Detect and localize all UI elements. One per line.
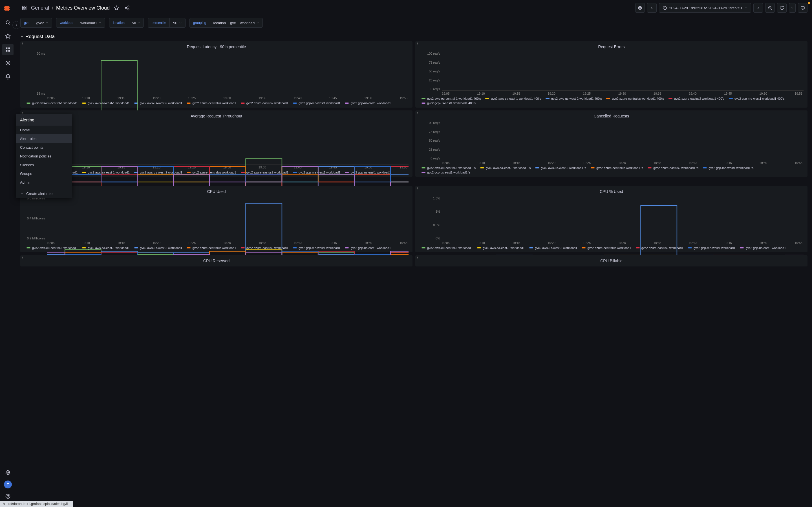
star-button[interactable] <box>112 4 120 12</box>
chevron-down-icon <box>745 6 748 9</box>
panel-info-icon[interactable]: i <box>417 256 417 260</box>
nav-starred[interactable] <box>2 31 13 42</box>
alerting-item-silences[interactable]: Silences <box>16 161 72 169</box>
alerting-item-groups[interactable]: Groups <box>16 169 72 178</box>
panel-cpu-reserved[interactable]: iCPU Reserved <box>20 255 412 267</box>
panel-cancelled[interactable]: iCancelled Requests100 req/s75 req/s50 r… <box>415 110 808 177</box>
chart-plot[interactable] <box>442 120 804 160</box>
svg-rect-1 <box>6 48 8 49</box>
svg-point-5 <box>6 61 10 65</box>
zoom-out-button[interactable] <box>765 3 775 13</box>
svg-point-0 <box>6 20 9 24</box>
svg-rect-3 <box>6 50 8 52</box>
chart-plot[interactable] <box>442 195 804 240</box>
panel-title: Average Request Throughput <box>24 113 409 120</box>
svg-point-13 <box>128 6 129 7</box>
panel-title: CPU Used <box>24 189 409 195</box>
alerting-flyout-header[interactable]: Alerting <box>16 114 72 126</box>
y-axis: 100 req/s75 req/s50 req/s25 req/s0 req/s <box>419 51 442 91</box>
chevron-down-icon <box>20 35 24 38</box>
panel-cpu-billable[interactable]: iCPU Billable <box>415 255 808 267</box>
timerange-picker[interactable]: 2024-03-29 19:02:26 to 2024-03-29 19:59:… <box>659 3 751 13</box>
dashboard-body: Request Data iRequest Latency - 90th per… <box>16 30 812 507</box>
panel-info-icon[interactable]: i <box>22 256 22 260</box>
settings-button[interactable] <box>635 3 645 13</box>
panel-title: Cancelled Requests <box>419 113 804 120</box>
alerting-item-admin[interactable]: Admin <box>16 178 72 187</box>
refresh-interval-dropdown[interactable] <box>789 3 796 13</box>
var-gvc: gvcgvc2 <box>20 18 52 27</box>
nav-alerting[interactable] <box>2 71 13 82</box>
alerting-item-contact-points[interactable]: Contact points <box>16 143 72 152</box>
svg-rect-19 <box>801 6 804 9</box>
y-axis: 0.6 Millicores0.4 Millicores0.2 Millicor… <box>24 195 47 240</box>
svg-point-6 <box>7 472 9 473</box>
svg-rect-4 <box>8 50 10 52</box>
panel-info-icon[interactable]: i <box>417 187 417 190</box>
chart-plot[interactable] <box>47 51 409 95</box>
alerting-item-alert-rules[interactable]: Alert rules <box>16 134 72 143</box>
dashboards-icon[interactable] <box>20 4 28 12</box>
chart-plot[interactable] <box>47 195 409 240</box>
panel-latency[interactable]: iRequest Latency - 90th percentile20 ms1… <box>20 41 412 108</box>
nav-help[interactable] <box>2 491 13 502</box>
topbar: General / Metrics Overview Cloud 2024-03… <box>16 0 812 16</box>
panel-info-icon[interactable]: i <box>417 112 417 115</box>
chart-plot[interactable] <box>442 51 804 91</box>
timerange-text: 2024-03-29 19:02:26 to 2024-03-29 19:59:… <box>669 6 743 10</box>
panel-cpu-pct[interactable]: iCPU % Used1.5%1%0.5%0%19:0519:1019:1519… <box>415 186 808 252</box>
y-axis: 20 ms15 ms <box>24 51 47 95</box>
nav-search[interactable] <box>2 17 13 28</box>
alerting-create-rule[interactable]: Create alert rule <box>16 189 72 198</box>
chart-plot[interactable] <box>47 120 409 165</box>
alerting-item-notification-policies[interactable]: Notification policies <box>16 152 72 161</box>
breadcrumb: General / Metrics Overview Cloud <box>31 5 110 11</box>
breadcrumb-sep: / <box>52 5 53 11</box>
refresh-button[interactable] <box>777 3 786 13</box>
breadcrumb-title[interactable]: Metrics Overview Cloud <box>56 5 110 11</box>
row-request-data[interactable]: Request Data <box>20 32 808 41</box>
panel-title: Request Errors <box>419 44 804 51</box>
panel-title: CPU Billable <box>419 258 804 265</box>
notification-dot <box>808 2 810 4</box>
var-percentile: percentile90 <box>148 18 186 27</box>
panel-title: Request Latency - 90th percentile <box>24 44 409 51</box>
nav-settings[interactable] <box>2 467 13 478</box>
panel-info-icon[interactable]: i <box>22 42 22 45</box>
var-workload: workloadworkload1 <box>56 18 105 27</box>
alerting-item-home[interactable]: Home <box>16 126 72 134</box>
svg-point-16 <box>640 7 641 8</box>
browser-status-bar: https://doron-test1.grafana.cpln.io/aler… <box>0 501 73 507</box>
plus-icon <box>20 192 24 196</box>
svg-rect-2 <box>8 48 10 49</box>
panel-errors[interactable]: iRequest Errors100 req/s75 req/s50 req/s… <box>415 41 808 108</box>
svg-point-15 <box>128 9 129 10</box>
nav-sidebar: T <box>0 0 16 507</box>
var-grouping: groupinglocation + gvc + workload <box>190 18 263 27</box>
timerange-prev[interactable] <box>647 3 657 13</box>
panel-throughput[interactable]: iAverage Request Throughput0.2 req/s19:0… <box>20 110 412 177</box>
tv-mode-button[interactable] <box>798 3 808 13</box>
panel-title: CPU Reserved <box>24 258 409 265</box>
svg-rect-9 <box>22 6 24 7</box>
svg-point-14 <box>125 7 126 9</box>
timerange-next[interactable] <box>753 3 763 13</box>
y-axis: 100 req/s75 req/s50 req/s25 req/s0 req/s <box>419 120 442 160</box>
svg-rect-10 <box>25 6 26 7</box>
y-axis: 1.5%1%0.5%0% <box>419 195 442 240</box>
var-location: locationAll <box>109 18 144 27</box>
nav-dashboards[interactable] <box>2 44 13 55</box>
nav-avatar[interactable]: T <box>4 481 12 489</box>
grafana-logo[interactable] <box>2 3 13 15</box>
variables-row: gvcgvc2 workloadworkload1 locationAll pe… <box>16 16 812 30</box>
svg-rect-11 <box>22 8 24 10</box>
svg-rect-12 <box>25 8 26 10</box>
share-button[interactable] <box>123 4 131 12</box>
alerting-flyout: Alerting HomeAlert rulesContact pointsNo… <box>16 114 72 198</box>
breadcrumb-folder[interactable]: General <box>31 5 49 11</box>
panel-title: CPU % Used <box>419 189 804 195</box>
panel-cpu-used[interactable]: iCPU Used0.6 Millicores0.4 Millicores0.2… <box>20 186 412 252</box>
nav-explore[interactable] <box>2 57 13 69</box>
panel-info-icon[interactable]: i <box>417 42 417 45</box>
clock-icon <box>663 6 667 10</box>
